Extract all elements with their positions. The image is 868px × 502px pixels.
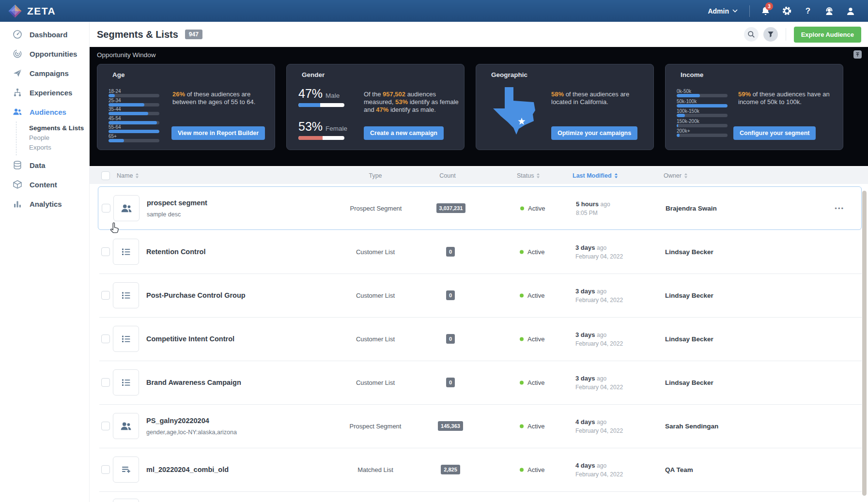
table-row[interactable]: Competitive Intent Control Customer List… [98, 317, 862, 361]
sidebar-item-label: Data [30, 161, 46, 169]
sidebar-item-label: Campaigns [30, 69, 69, 77]
income-bar [677, 114, 728, 117]
row-checkbox[interactable] [101, 422, 110, 430]
row-menu-icon[interactable]: ••• [835, 205, 844, 212]
help-button[interactable]: ? [797, 0, 819, 22]
sort-icon[interactable] [135, 173, 139, 179]
row-checkbox[interactable] [101, 335, 110, 343]
income-bar [677, 124, 728, 127]
sidebar-item-opportunities[interactable]: Opportunities [0, 44, 89, 63]
sort-icon[interactable] [536, 173, 540, 179]
income-card: Income 0k-50k 50k-100k 100k-150k 150k-20… [665, 64, 843, 150]
row-type: Customer List [327, 292, 424, 299]
sidebar-item-segments-lists[interactable]: Segments & Lists [29, 123, 89, 133]
filter-button[interactable] [763, 27, 778, 42]
sidebar-item-dashboard[interactable]: Dashboard [0, 25, 89, 44]
geographic-stat-text: 58% of these audiences are located in Ca… [551, 91, 647, 106]
sidebar-item-people[interactable]: People [29, 133, 89, 143]
row-count: 2,825 [414, 465, 487, 474]
sidebar-item-label: Dashboard [30, 30, 67, 39]
explore-audience-button[interactable]: Explore Audience [794, 27, 861, 43]
row-status: Active [520, 379, 544, 386]
column-header-name[interactable]: Name [117, 172, 139, 179]
income-stat-text: 59% of these audiences have an income of… [738, 91, 840, 106]
audiences-submenu: Segments & Lists People Exports [16, 122, 89, 155]
male-bar [298, 103, 344, 107]
settings-button[interactable] [776, 0, 797, 22]
filter-icon [767, 31, 774, 38]
row-checkbox[interactable] [101, 378, 110, 387]
column-header-count: Count [411, 172, 484, 179]
column-header-status[interactable]: Status [517, 172, 540, 179]
collapse-arrow-icon [855, 52, 860, 57]
row-name[interactable]: Brand Awareness Campaign [146, 379, 241, 386]
zeta-diamond-icon [8, 4, 22, 18]
list-icon [113, 282, 139, 308]
select-all-checkbox[interactable] [101, 171, 110, 180]
notifications-button[interactable]: 3 [755, 0, 776, 22]
sidebar-item-experiences[interactable]: Experiences [0, 83, 89, 102]
sidebar-item-audiences[interactable]: Audiences [0, 102, 89, 122]
column-header-last-modified[interactable]: Last Modified [573, 172, 618, 179]
row-name[interactable]: PS_galny20220204 [146, 417, 237, 425]
total-count-badge: 947 [185, 30, 202, 39]
table-row[interactable]: Brand Awareness Campaign Customer List 0… [98, 361, 862, 404]
row-owner: Brajendra Swain [666, 205, 717, 212]
sidebar-item-label: Opportunities [30, 50, 77, 58]
row-name[interactable]: prospect segment [147, 199, 207, 207]
optimize-campaigns-button[interactable]: Optimize your campaigns [551, 126, 637, 140]
row-checkbox[interactable] [101, 465, 110, 474]
admin-menu[interactable]: Admin [701, 7, 744, 15]
income-bar-chart: 0k-50k 50k-100k 100k-150k 150k-200k 200k… [677, 89, 730, 138]
configure-segment-button[interactable]: Configure your segment [733, 126, 816, 140]
female-stat: 53%Female [298, 120, 347, 140]
row-owner: Sarah Sendingan [665, 423, 718, 430]
row-status: Active [520, 335, 544, 343]
data-icon [13, 160, 22, 170]
row-type: Customer List [327, 335, 424, 343]
opportunity-window-title: Opportunity Window [97, 51, 156, 59]
search-button[interactable] [744, 27, 759, 42]
row-name[interactable]: ml_20220204_combi_old [146, 466, 229, 473]
table-row[interactable]: PS_galny20220204 gender,age,loc-NY:alask… [98, 404, 862, 448]
zeta-logo[interactable]: ZETA [0, 4, 56, 18]
count-badge: 0 [446, 378, 455, 387]
sort-icon[interactable] [614, 173, 618, 179]
row-checkbox[interactable] [102, 204, 110, 213]
sidebar-item-content[interactable]: Content [0, 175, 89, 194]
row-name[interactable]: Post-Purchase Control Group [146, 291, 246, 299]
sort-icon[interactable] [684, 173, 688, 179]
report-builder-button[interactable]: View more in Report Builder [171, 126, 265, 140]
count-badge: 0 [446, 334, 455, 344]
count-badge: 0 [446, 290, 455, 300]
income-bar-label: 50k-100k [677, 99, 730, 104]
row-checkbox[interactable] [101, 291, 110, 300]
age-bar-label: 45-54 [108, 116, 162, 121]
dashboard-icon [13, 30, 22, 39]
profile-button[interactable] [840, 0, 861, 22]
table-row[interactable]: ml_20220204_combi_old Matched List 2,825… [98, 448, 862, 491]
count-badge: 3,037,231 [436, 203, 466, 213]
support-button[interactable] [819, 0, 840, 22]
row-owner: QA Team [665, 466, 693, 473]
income-bar-label: 200k+ [677, 128, 730, 134]
row-checkbox[interactable] [101, 247, 110, 256]
row-name[interactable]: Competitive Intent Control [146, 335, 234, 343]
collapse-panel-button[interactable] [853, 50, 862, 59]
brand-name: ZETA [27, 5, 56, 17]
sidebar-item-campaigns[interactable]: Campaigns [0, 63, 89, 83]
column-header-owner[interactable]: Owner [664, 172, 688, 179]
income-card-title: Income [681, 71, 703, 78]
scrollbar-thumb[interactable] [862, 191, 867, 496]
table-row[interactable]: Retention Control Customer List 0 Active… [98, 230, 862, 274]
create-campaign-button[interactable]: Create a new campaign [364, 126, 444, 140]
table-row[interactable]: prospect segment sample desc Prospect Se… [98, 186, 862, 230]
sidebar-item-exports[interactable]: Exports [29, 143, 89, 152]
sidebar-item-data[interactable]: Data [0, 155, 89, 175]
table-row[interactable]: Post-Purchase Control Group Customer Lis… [98, 274, 862, 317]
age-bar [108, 121, 159, 124]
sidebar-item-label: Content [30, 181, 57, 189]
row-type: Prospect Segment [327, 423, 424, 430]
sidebar-item-analytics[interactable]: Analytics [0, 194, 89, 213]
row-name[interactable]: Retention Control [146, 248, 205, 256]
